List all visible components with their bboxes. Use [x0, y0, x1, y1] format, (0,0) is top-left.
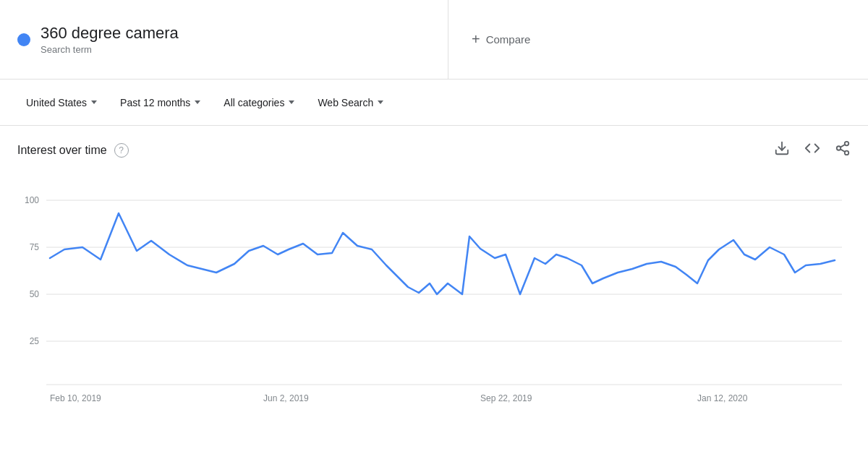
- download-button[interactable]: [774, 140, 790, 160]
- compare-section: + Compare: [448, 0, 868, 79]
- category-filter[interactable]: All categories: [215, 91, 303, 114]
- header: 360 degree camera Search term + Compare: [0, 0, 868, 80]
- filters-bar: United States Past 12 months All categor…: [0, 80, 868, 126]
- code-icon: [804, 140, 820, 156]
- svg-text:Sep 22, 2019: Sep 22, 2019: [480, 393, 532, 403]
- time-filter[interactable]: Past 12 months: [111, 91, 209, 114]
- search-type-filter[interactable]: Web Search: [309, 91, 392, 114]
- interest-chart: 100 75 50 25 Feb 10, 2019 Jun 2, 2019 Se…: [17, 171, 851, 410]
- compare-button[interactable]: + Compare: [472, 31, 530, 48]
- region-label: United States: [26, 97, 87, 108]
- chart-container: 100 75 50 25 Feb 10, 2019 Jun 2, 2019 Se…: [17, 171, 851, 410]
- svg-text:75: 75: [30, 242, 40, 252]
- search-term-section: 360 degree camera Search term: [0, 0, 448, 79]
- chart-header: Interest over time ?: [17, 140, 851, 160]
- search-type-label: Web Search: [318, 97, 373, 108]
- svg-text:Feb 10, 2019: Feb 10, 2019: [50, 393, 101, 403]
- chart-actions: [774, 140, 851, 160]
- svg-text:Jun 2, 2019: Jun 2, 2019: [263, 393, 309, 403]
- plus-icon: +: [472, 31, 480, 48]
- chart-section: Interest over time ?: [0, 126, 868, 410]
- time-label: Past 12 months: [120, 97, 190, 108]
- search-term-title: 360 degree camera: [41, 24, 179, 43]
- category-chevron-icon: [289, 100, 294, 104]
- svg-line-4: [841, 149, 845, 152]
- svg-text:100: 100: [25, 195, 39, 205]
- svg-text:50: 50: [30, 289, 40, 299]
- share-button[interactable]: [835, 140, 851, 160]
- search-term-dot: [17, 33, 30, 46]
- embed-button[interactable]: [804, 140, 820, 160]
- svg-text:25: 25: [30, 336, 40, 346]
- svg-text:Jan 12, 2020: Jan 12, 2020: [697, 393, 748, 403]
- region-chevron-icon: [91, 100, 97, 104]
- help-icon[interactable]: ?: [114, 143, 129, 158]
- search-term-info: 360 degree camera Search term: [41, 24, 179, 55]
- chart-title: Interest over time: [17, 144, 107, 157]
- time-chevron-icon: [195, 100, 200, 104]
- region-filter[interactable]: United States: [17, 91, 106, 114]
- category-label: All categories: [224, 97, 284, 108]
- compare-label: Compare: [486, 33, 531, 46]
- search-term-subtitle: Search term: [41, 44, 179, 55]
- svg-line-5: [841, 145, 845, 147]
- share-icon: [835, 140, 851, 156]
- chart-title-group: Interest over time ?: [17, 143, 129, 158]
- search-type-chevron-icon: [378, 100, 383, 104]
- download-icon: [774, 140, 790, 156]
